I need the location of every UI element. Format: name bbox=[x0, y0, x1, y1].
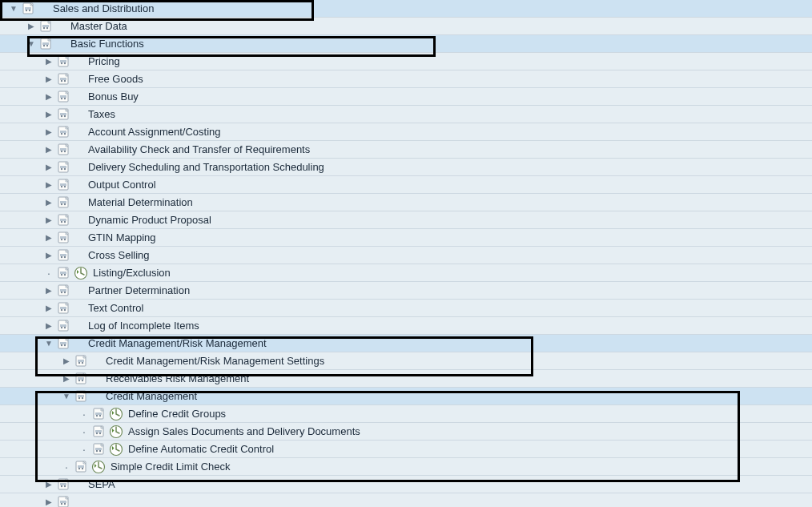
img-node-icon bbox=[58, 336, 72, 351]
tree-row[interactable]: ▶Pricing bbox=[0, 53, 812, 70]
expand-icon[interactable]: ▶ bbox=[43, 56, 54, 67]
tree-row[interactable]: ▶Bonus Buy bbox=[0, 88, 812, 106]
expand-icon[interactable]: ▶ bbox=[43, 197, 54, 208]
tree-row[interactable]: ·Define Credit Groups bbox=[0, 405, 812, 423]
tree-row[interactable]: ▶GTIN Mapping bbox=[0, 229, 812, 247]
expand-icon[interactable]: ▶ bbox=[43, 232, 54, 243]
img-node-icon bbox=[58, 284, 72, 298]
tree-row[interactable]: ·Assign Sales Documents and Delivery Doc… bbox=[0, 423, 812, 441]
tree-row[interactable]: ▶Account Assignment/Costing bbox=[0, 123, 812, 141]
tree-row[interactable]: ▶Availability Check and Transfer of Requ… bbox=[0, 141, 812, 159]
expand-icon[interactable]: ▶ bbox=[43, 215, 54, 226]
tree-row[interactable]: ▶Text Control bbox=[0, 300, 812, 317]
tree-row[interactable]: ▶SEPA bbox=[0, 476, 812, 493]
tree-row[interactable]: ▼Credit Management bbox=[0, 388, 812, 405]
img-activity-icon[interactable] bbox=[109, 442, 123, 457]
img-node-icon bbox=[22, 2, 37, 16]
collapse-icon[interactable]: ▼ bbox=[8, 3, 19, 14]
collapse-icon[interactable]: ▼ bbox=[26, 38, 37, 50]
tree-node-label[interactable]: Credit Management/Risk Management Settin… bbox=[106, 355, 324, 367]
tree-node-label[interactable]: Account Assignment/Costing bbox=[88, 126, 220, 138]
tree-row[interactable]: ▶Partner Determination bbox=[0, 282, 812, 300]
img-node-icon bbox=[75, 354, 90, 368]
expand-icon[interactable]: ▶ bbox=[43, 162, 54, 173]
img-activity-icon[interactable] bbox=[109, 425, 123, 439]
img-node-icon bbox=[75, 460, 90, 474]
tree-node-label[interactable]: SEPA bbox=[88, 478, 115, 490]
tree-row[interactable]: ▶Taxes bbox=[0, 106, 812, 123]
expand-icon[interactable]: ▶ bbox=[43, 74, 54, 85]
tree-node-label[interactable]: Dynamic Product Proposal bbox=[88, 214, 211, 226]
collapse-icon[interactable]: ▼ bbox=[43, 338, 54, 349]
tree-node-label[interactable]: Free Goods bbox=[88, 73, 143, 85]
tree-row[interactable]: ▶Material Determination bbox=[0, 194, 812, 211]
expand-icon[interactable]: ▶ bbox=[43, 144, 54, 155]
tree-node-label[interactable]: Text Control bbox=[88, 302, 143, 314]
expand-icon[interactable]: ▶ bbox=[43, 497, 54, 508]
tree-row[interactable]: ▶Dynamic Product Proposal bbox=[0, 211, 812, 229]
leaf-dot-icon: · bbox=[43, 268, 54, 279]
tree-node-label[interactable]: Define Credit Groups bbox=[128, 408, 226, 420]
tree-row[interactable]: ▼Basic Functions bbox=[0, 35, 812, 53]
expand-icon[interactable]: ▶ bbox=[43, 320, 54, 332]
tree-row[interactable]: ▶Cross Selling bbox=[0, 247, 812, 264]
expand-icon[interactable]: ▶ bbox=[43, 179, 54, 191]
tree-node-label[interactable]: GTIN Mapping bbox=[88, 231, 156, 243]
expand-icon[interactable]: ▶ bbox=[43, 91, 54, 103]
tree-node-label[interactable]: Assign Sales Documents and Delivery Docu… bbox=[128, 425, 360, 437]
tree-node-label[interactable]: Credit Management bbox=[106, 390, 197, 402]
leaf-dot-icon: · bbox=[78, 408, 90, 420]
tree-node-label[interactable]: Material Determination bbox=[88, 196, 193, 208]
expand-icon[interactable]: ▶ bbox=[61, 356, 72, 367]
expand-icon[interactable]: ▶ bbox=[43, 250, 54, 261]
tree-node-label[interactable]: Basic Functions bbox=[70, 38, 144, 50]
img-node-icon bbox=[58, 125, 72, 139]
expand-icon[interactable]: ▶ bbox=[43, 285, 54, 296]
img-node-icon bbox=[40, 37, 54, 51]
tree-node-label[interactable]: Cross Selling bbox=[88, 249, 150, 261]
expand-icon[interactable]: ▶ bbox=[43, 303, 54, 314]
tree-row[interactable]: ▶ bbox=[0, 493, 812, 507]
tree-row[interactable]: ▶Free Goods bbox=[0, 70, 812, 88]
tree-node-label[interactable]: Master Data bbox=[70, 20, 127, 32]
tree-node-label[interactable]: Define Automatic Credit Control bbox=[128, 443, 274, 455]
tree-node-label[interactable]: Credit Management/Risk Management bbox=[88, 337, 267, 349]
tree-node-label[interactable]: Log of Incomplete Items bbox=[88, 320, 199, 332]
img-node-icon bbox=[75, 372, 90, 386]
tree-node-label[interactable]: Receivables Risk Management bbox=[106, 372, 249, 384]
img-node-icon bbox=[58, 72, 72, 87]
img-node-icon bbox=[58, 477, 72, 492]
tree-node-label[interactable]: Output Control bbox=[88, 179, 156, 191]
tree-node-label[interactable]: Availability Check and Transfer of Requi… bbox=[88, 143, 310, 155]
tree-node-label[interactable]: Sales and Distribution bbox=[53, 2, 154, 14]
img-activity-icon[interactable] bbox=[74, 266, 88, 280]
tree-node-label[interactable]: Delivery Scheduling and Transportation S… bbox=[88, 161, 324, 173]
expand-icon[interactable]: ▶ bbox=[61, 373, 72, 384]
collapse-icon[interactable]: ▼ bbox=[61, 391, 72, 402]
expand-icon[interactable]: ▶ bbox=[43, 109, 54, 120]
tree-node-label[interactable]: Partner Determination bbox=[88, 284, 190, 296]
tree-node-label[interactable]: Taxes bbox=[88, 108, 115, 120]
tree-node-label[interactable]: Bonus Buy bbox=[88, 91, 139, 103]
img-node-icon bbox=[58, 178, 72, 192]
tree-row[interactable]: ▼Credit Management/Risk Management bbox=[0, 335, 812, 352]
tree-row[interactable]: ▼Sales and Distribution bbox=[0, 0, 812, 18]
tree-node-label[interactable]: Pricing bbox=[88, 55, 120, 67]
tree-row[interactable]: ▶Log of Incomplete Items bbox=[0, 317, 812, 335]
tree-row[interactable]: ·Simple Credit Limit Check bbox=[0, 458, 812, 476]
tree-node-label[interactable]: Listing/Exclusion bbox=[93, 267, 171, 279]
tree-row[interactable]: ▶Receivables Risk Management bbox=[0, 370, 812, 388]
expand-icon[interactable]: ▶ bbox=[43, 127, 54, 138]
img-activity-icon[interactable] bbox=[91, 460, 106, 474]
tree-row[interactable]: ▶Output Control bbox=[0, 176, 812, 194]
expand-icon[interactable]: ▶ bbox=[43, 479, 54, 490]
tree-row[interactable]: ·Define Automatic Credit Control bbox=[0, 441, 812, 458]
img-node-icon bbox=[58, 301, 72, 316]
img-activity-icon[interactable] bbox=[109, 407, 123, 421]
tree-row[interactable]: ▶Credit Management/Risk Management Setti… bbox=[0, 352, 812, 370]
expand-icon[interactable]: ▶ bbox=[26, 21, 37, 32]
tree-row[interactable]: ·Listing/Exclusion bbox=[0, 264, 812, 282]
tree-row[interactable]: ▶Delivery Scheduling and Transportation … bbox=[0, 159, 812, 176]
tree-row[interactable]: ▶Master Data bbox=[0, 18, 812, 35]
tree-node-label[interactable]: Simple Credit Limit Check bbox=[111, 461, 231, 473]
